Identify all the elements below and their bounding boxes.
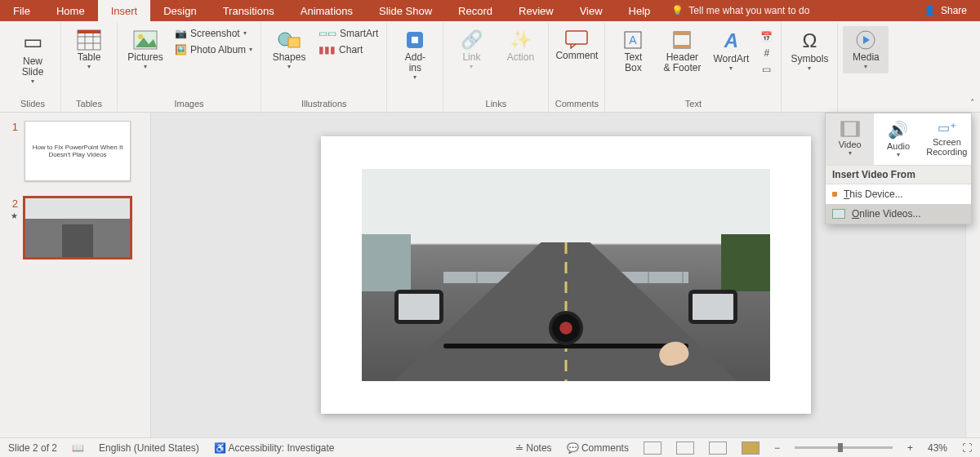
group-symbols: Ω Symbols ▾ [781, 23, 837, 112]
smartart-label: SmartArt [340, 28, 378, 39]
photo-album-icon: 🖼️ [175, 44, 187, 55]
audio-icon: 🔊 [888, 120, 908, 140]
tab-review[interactable]: Review [506, 0, 567, 21]
textbox-button[interactable]: A Text Box [610, 26, 656, 77]
spellcheck-icon[interactable]: 📖 [72, 442, 84, 454]
lightbulb-icon: 💡 [671, 5, 684, 16]
online-video-icon [832, 209, 845, 219]
chevron-down-icon: ▾ [470, 63, 473, 70]
slide-number-icon[interactable]: # [757, 46, 776, 60]
slide-canvas[interactable] [321, 136, 811, 414]
slide-thumbnails-pane: 1 How to Fix PowerPoint When It Doesn't … [0, 113, 151, 437]
slide-video-placeholder[interactable] [362, 169, 770, 381]
symbols-label: Symbols [791, 54, 828, 64]
comments-button[interactable]: 💬 Comments [567, 442, 629, 454]
media-button[interactable]: Media ▾ [843, 26, 889, 73]
chevron-down-icon: ▾ [413, 73, 416, 81]
audio-menu-label: Audio [887, 141, 910, 151]
thumb-slide-1-text: How to Fix PowerPoint When It Doesn't Pl… [30, 144, 125, 158]
thumb-slide-2[interactable] [24, 197, 131, 258]
tab-file[interactable]: File [0, 0, 43, 21]
tab-transitions[interactable]: Transitions [210, 0, 287, 21]
animation-star-icon: ★ [7, 211, 18, 220]
chevron-down-icon: ▾ [87, 63, 91, 70]
chevron-down-icon: ▾ [31, 78, 34, 85]
sorter-view-button[interactable] [676, 441, 694, 455]
tell-me-search[interactable]: 💡 Tell me what you want to do [663, 0, 911, 21]
chevron-down-icon: ▾ [897, 151, 900, 158]
link-icon: 🔗 [461, 29, 483, 51]
object-icon[interactable]: ▭ [757, 62, 776, 77]
chevron-down-icon: ▾ [729, 64, 733, 72]
shapes-label: Shapes [273, 52, 306, 63]
chevron-down-icon: ▾ [287, 63, 291, 70]
accessibility-button[interactable]: ♿ Accessibility: Investigate [214, 442, 335, 454]
audio-menu-button[interactable]: 🔊 Audio ▾ [874, 113, 922, 165]
tab-animations[interactable]: Animations [287, 0, 366, 21]
textbox-icon: A [622, 29, 644, 51]
zoom-slider[interactable] [795, 446, 893, 449]
screenshot-button[interactable]: 📷 Screenshot ▾ [172, 26, 256, 41]
group-links-label: Links [486, 96, 507, 112]
screen-recording-button[interactable]: ▭⁺ Screen Recording [923, 113, 971, 165]
photo-album-button[interactable]: 🖼️ Photo Album ▾ [172, 42, 256, 57]
shapes-button[interactable]: Shapes ▾ [266, 26, 312, 73]
tab-slideshow[interactable]: Slide Show [366, 0, 445, 21]
chart-label: Chart [339, 44, 363, 55]
media-icon [855, 29, 876, 51]
ribbon-insert: ▭ New Slide ▾ Slides Table ▾ Tables Pict… [0, 21, 980, 113]
chevron-down-icon: ▾ [849, 149, 852, 157]
tab-insert[interactable]: Insert [98, 0, 151, 21]
thumb-number: 2 [7, 197, 18, 210]
tab-record[interactable]: Record [445, 0, 506, 21]
tab-help[interactable]: Help [616, 0, 664, 21]
chart-button[interactable]: ▮▮▮ Chart [315, 42, 381, 57]
language-indicator[interactable]: English (United States) [99, 442, 199, 454]
this-device-label: This Device... [844, 189, 903, 200]
table-button[interactable]: Table ▾ [66, 26, 112, 73]
thumb-slide-1[interactable]: How to Fix PowerPoint When It Doesn't Pl… [24, 121, 131, 181]
normal-view-button[interactable] [644, 441, 662, 455]
wordart-button[interactable]: A WordArt ▾ [708, 26, 754, 75]
screenshot-icon: 📷 [175, 28, 187, 39]
group-tables-label: Tables [76, 96, 102, 112]
slideshow-view-button[interactable] [742, 441, 760, 455]
textbox-label: Text Box [624, 52, 642, 73]
smartart-button[interactable]: ▭▭ SmartArt [315, 26, 381, 41]
this-device-option[interactable]: This Device... [826, 184, 971, 204]
svg-rect-11 [412, 37, 418, 43]
tab-view[interactable]: View [567, 0, 616, 21]
tell-me-label: Tell me what you want to do [688, 5, 809, 16]
zoom-out-button[interactable]: − [774, 442, 780, 454]
comment-button[interactable]: Comment [554, 26, 599, 64]
chevron-down-icon: ▾ [249, 46, 252, 53]
slide-indicator[interactable]: Slide 2 of 2 [8, 442, 57, 454]
reading-view-button[interactable] [709, 441, 727, 455]
chart-icon: ▮▮▮ [318, 44, 336, 55]
thumbnail-1[interactable]: 1 How to Fix PowerPoint When It Doesn't … [7, 121, 144, 181]
share-button[interactable]: 👤 Share [911, 0, 980, 21]
video-menu-button[interactable]: Video ▾ [826, 113, 874, 165]
pictures-button[interactable]: Pictures ▾ [122, 26, 168, 73]
fit-to-window-icon[interactable]: ⛶ [962, 442, 972, 454]
tab-home[interactable]: Home [43, 0, 98, 21]
header-footer-button[interactable]: Header & Footer [659, 26, 705, 77]
svg-rect-21 [856, 122, 859, 136]
zoom-level[interactable]: 43% [928, 442, 947, 454]
online-videos-option[interactable]: Online Videos... [826, 204, 971, 224]
symbols-button[interactable]: Ω Symbols ▾ [786, 26, 832, 75]
group-comments: Comment Comments [548, 23, 604, 112]
tab-design[interactable]: Design [150, 0, 209, 21]
addins-button[interactable]: Add- ins ▾ [392, 26, 438, 84]
pictures-icon [132, 29, 158, 51]
zoom-in-button[interactable]: + [907, 442, 913, 454]
thumbnail-2[interactable]: 2 ★ [7, 197, 144, 258]
menubar: File Home Insert Design Transitions Anim… [0, 0, 980, 21]
collapse-ribbon-icon[interactable]: ˄ [970, 98, 975, 109]
svg-text:A: A [630, 33, 638, 47]
media-dropdown-panel: Video ▾ 🔊 Audio ▾ ▭⁺ Screen Recording In… [825, 113, 972, 224]
notes-button[interactable]: ≐ Notes [515, 442, 552, 454]
new-slide-button[interactable]: ▭ New Slide ▾ [10, 26, 56, 88]
date-time-icon[interactable]: 📅 [757, 29, 776, 44]
chevron-down-icon: ▾ [808, 64, 811, 72]
